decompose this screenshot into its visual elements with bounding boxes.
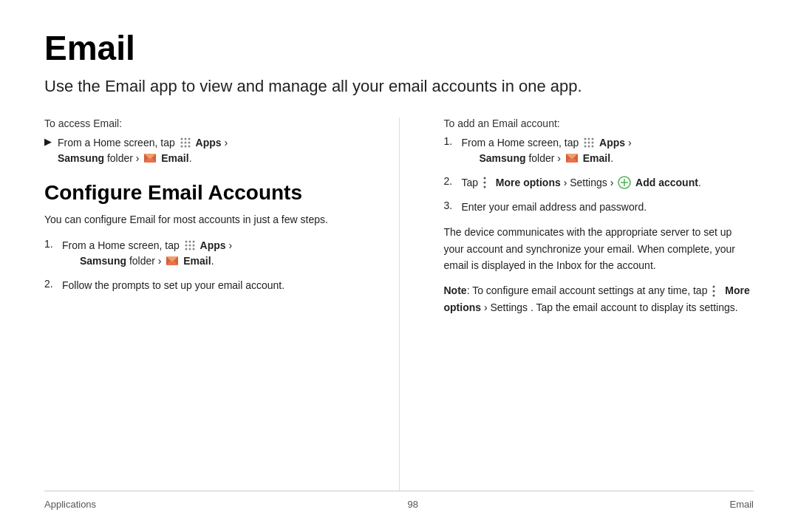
add-step-3: 3. Enter your email address and password…	[444, 200, 754, 215]
note-label: Note	[444, 284, 467, 296]
samsung-label-3: Samsung	[480, 152, 526, 164]
svg-point-21	[192, 248, 194, 250]
svg-point-1	[184, 138, 186, 140]
add-step-1-indent: Samsung folder › Email.	[480, 152, 614, 164]
svg-point-28	[592, 138, 594, 140]
access-label: To access Email:	[44, 117, 355, 129]
add-step-1: 1. From a Home screen, tap	[444, 135, 754, 166]
add-step-1-num: 1.	[444, 135, 456, 147]
svg-point-5	[188, 142, 190, 144]
apps-grid-icon-3	[582, 136, 596, 149]
note-paragraph: Note: To configure email account setting…	[444, 282, 754, 316]
step-1-indent: Samsung folder › Email.	[80, 255, 214, 267]
svg-point-46	[713, 290, 715, 292]
footer-page-number: 98	[408, 499, 418, 510]
add-account-label: To add an Email account:	[444, 117, 754, 129]
svg-point-19	[185, 248, 187, 250]
svg-point-41	[483, 186, 485, 188]
bullet-arrow-icon: ▶	[44, 136, 52, 147]
more-options-label: More options	[496, 177, 561, 188]
add-step-2-num: 2.	[444, 175, 456, 187]
add-step-3-text: Enter your email address and password.	[462, 200, 647, 215]
svg-point-17	[188, 245, 191, 247]
configure-heading: Configure Email Accounts	[44, 181, 355, 205]
svg-point-47	[713, 294, 715, 296]
svg-point-40	[483, 182, 485, 184]
more-options-icon-note	[711, 284, 721, 298]
svg-point-30	[588, 142, 590, 144]
apps-label-3: Apps	[599, 137, 625, 149]
step-2-num: 2.	[44, 278, 56, 290]
svg-point-32	[584, 146, 587, 148]
svg-point-2	[188, 138, 190, 140]
svg-point-6	[180, 146, 183, 148]
svg-point-34	[592, 146, 594, 148]
svg-point-0	[180, 138, 183, 140]
svg-point-33	[588, 146, 590, 148]
add-step-2: 2. Tap More options › Settings ›	[444, 175, 754, 191]
configure-step-1: 1. From a Home screen, tap	[44, 238, 355, 269]
page-subtitle: Use the Email app to view and manage all…	[44, 76, 754, 98]
samsung-label: Samsung	[58, 152, 104, 164]
svg-point-31	[592, 142, 594, 144]
left-column: To access Email: ▶ From a Home screen, t…	[44, 117, 355, 491]
svg-point-18	[192, 245, 194, 247]
access-bullet: ▶ From a Home screen, tap	[44, 135, 355, 166]
content-columns: To access Email: ▶ From a Home screen, t…	[44, 117, 754, 491]
add-step-1-text: From a Home screen, tap	[462, 135, 632, 166]
step-2-text: Follow the prompts to set up your email …	[62, 278, 284, 293]
step-1-text: From a Home screen, tap	[62, 238, 232, 269]
svg-point-7	[184, 146, 186, 148]
svg-point-45	[713, 285, 715, 287]
apps-label: Apps	[196, 137, 222, 149]
apps-grid-icon	[179, 136, 192, 149]
email-label-add-step1: Email	[583, 152, 610, 164]
samsung-label-2: Samsung	[80, 255, 126, 267]
add-step-2-text: Tap More options › Settings ›	[462, 175, 701, 191]
svg-point-8	[188, 146, 190, 148]
footer-left-label: Applications	[44, 499, 96, 510]
page-footer: Applications 98 Email	[44, 491, 754, 510]
device-communicates-paragraph: The device communicates with the appropr…	[444, 224, 754, 273]
svg-point-26	[584, 138, 587, 140]
configure-step-2: 2. Follow the prompts to set up your ema…	[44, 278, 355, 293]
footer-right-label: Email	[729, 499, 754, 510]
add-account-circle-icon	[618, 176, 631, 189]
add-account-label-step: Add account	[635, 177, 698, 188]
step-1-num: 1.	[44, 238, 56, 250]
email-app-icon	[143, 151, 157, 165]
note-colon-text: : To configure email account settings at…	[467, 284, 708, 296]
more-options-icon	[482, 176, 492, 189]
apps-label-2: Apps	[200, 239, 226, 251]
add-step-3-num: 3.	[444, 200, 456, 211]
page-title: Email	[44, 30, 754, 67]
svg-point-27	[588, 138, 590, 140]
svg-point-4	[184, 142, 186, 144]
svg-point-16	[185, 245, 187, 247]
access-bullet-text: From a Home screen, tap	[58, 135, 228, 166]
column-divider	[399, 117, 400, 491]
svg-point-20	[188, 248, 191, 250]
svg-point-39	[483, 177, 485, 180]
svg-point-14	[188, 241, 191, 243]
email-app-icon-2	[166, 254, 179, 267]
note-settings-text: › Settings	[484, 301, 528, 313]
page: Email Use the Email app to view and mana…	[0, 0, 798, 532]
svg-point-29	[584, 142, 587, 144]
email-label-step1: Email	[183, 255, 211, 267]
email-label-access: Email	[161, 152, 188, 164]
svg-point-3	[180, 142, 183, 144]
email-app-icon-3	[565, 151, 579, 165]
svg-point-15	[192, 241, 194, 243]
svg-point-13	[185, 241, 187, 243]
right-column: To add an Email account: 1. From a Home …	[444, 117, 754, 491]
configure-intro: You can configure Email for most account…	[44, 212, 355, 228]
apps-grid-icon-2	[183, 239, 197, 252]
note-end-text: . Tap the email account to display its s…	[531, 301, 738, 313]
